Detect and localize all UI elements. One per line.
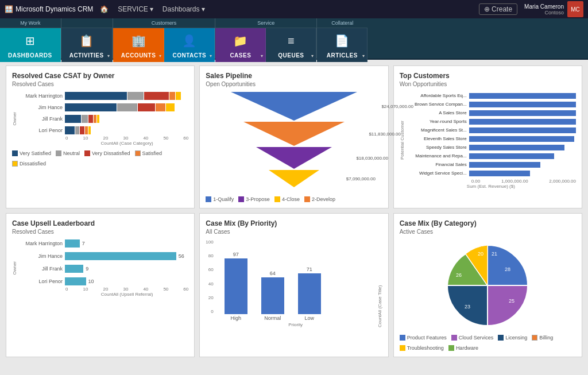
table-row: Jill Frank 9: [20, 265, 188, 273]
upsell-subtitle: Resolved Cases: [12, 229, 188, 235]
activities-nav-item[interactable]: 📋 ACTIVITIES ▾: [61, 28, 113, 62]
list-item: Billing: [532, 335, 553, 341]
list-item: 3-Propose: [238, 196, 270, 202]
table-row: Brown Service Compan...: [406, 100, 576, 108]
table-row: Jim Hance: [20, 103, 188, 111]
svg-text:21: 21: [492, 251, 497, 257]
user-name: Maria Cameron: [524, 3, 564, 10]
table-row: 97: [225, 252, 247, 314]
upsell-chart-card: Case Upsell Leaderboard Resolved Cases O…: [6, 213, 195, 357]
horiz-bar: [469, 102, 576, 107]
home-icon: 🏠: [100, 5, 109, 13]
nav-service[interactable]: SERVICE ▾: [118, 5, 153, 13]
list-item: Very Satisfied: [12, 150, 51, 156]
csat-chart-card: Resolved Case CSAT by Owner Resolved Cas…: [6, 65, 195, 208]
top-customers-subtitle: Won Opportunities: [400, 81, 576, 87]
articles-nav-item[interactable]: 📄 ARTICLES ▾: [317, 28, 368, 62]
funnel-label-2: $11,830,000.00: [369, 132, 401, 137]
legend-color: [498, 335, 504, 341]
list-item: 4-Close: [274, 196, 300, 202]
create-button[interactable]: ⊕ Create: [479, 3, 517, 15]
activities-icon: 📋: [78, 32, 96, 50]
table-row: Eleventh Sales Store: [406, 135, 576, 142]
table-row: Lori Penor 10: [20, 277, 188, 285]
csat-x-label: CountAll (Case Category): [20, 141, 188, 146]
vert-bar-high: [225, 258, 247, 314]
case-mix-category-card: Case Mix (By Category) Active Cases: [393, 213, 582, 357]
funnel-level-4: $7,090,000.00: [269, 170, 319, 187]
svg-text:26: 26: [456, 272, 462, 278]
avatar[interactable]: MC: [567, 1, 583, 17]
case-mix-priority-subtitle: All Cases: [206, 229, 382, 235]
csat-legend: Very Satisfied Neutral Very Dissatisfied…: [12, 150, 188, 167]
top-customers-title: Top Customers: [400, 72, 576, 80]
brand-logo[interactable]: 🪟 Microsoft Dynamics CRM: [5, 5, 93, 13]
svg-text:25: 25: [509, 298, 514, 304]
dashboards-chevron: ▾: [202, 5, 205, 13]
articles-nav-label: ARTICLES: [327, 52, 358, 59]
table-row: Widget Service Speci...: [406, 169, 576, 177]
cases-nav-item[interactable]: 📁 CASES ▾: [215, 28, 266, 62]
legend-color: [400, 335, 405, 341]
brand-name: Microsoft Dynamics CRM: [16, 5, 93, 13]
case-mix-priority-title: Case Mix (By Priority): [206, 219, 382, 227]
table-row: Lori Penor: [20, 126, 188, 134]
contacts-nav-item[interactable]: 👤 CONTACTS ▾: [164, 28, 215, 62]
horiz-bar: [469, 127, 576, 133]
nav-dashboards[interactable]: Dashboards ▾: [163, 5, 205, 13]
list-item: Licensing: [498, 335, 527, 341]
cases-icon: 📁: [231, 32, 250, 50]
user-info: Maria Cameron Contoso MC: [524, 1, 583, 17]
top-cust-x-label: Sum (Est. Revenue) ($): [406, 184, 576, 189]
list-item: 1-Qualify: [206, 196, 234, 202]
case-mix-x-label: Priority: [215, 322, 376, 327]
list-item: Cloud Services: [451, 335, 494, 341]
activities-nav-label: ACTIVITIES: [69, 52, 104, 59]
svg-text:23: 23: [465, 304, 470, 310]
horiz-bar: [469, 93, 576, 99]
funnel-level-1: $24,070,000.00: [231, 92, 357, 121]
my-work-label: My Work: [0, 18, 61, 28]
dashboards-label: Dashboards: [163, 5, 200, 13]
pie-chart-container: 28 25 23 26 20 21: [400, 239, 576, 331]
activities-chevron: ▾: [107, 53, 110, 59]
top-customers-chart: Potential Customer Affordable Sports Eq.…: [400, 92, 576, 189]
customers-label: Customers: [113, 18, 215, 28]
table-row: Mark Harrington 7: [20, 239, 188, 248]
cases-nav-label: CASES: [230, 52, 251, 59]
legend-color: [304, 196, 310, 202]
funnel-level-3: $18,030,000.00: [256, 147, 332, 169]
list-item: Neutral: [56, 150, 80, 156]
table-row: Year-round Sports: [406, 118, 576, 125]
pipeline-chart-card: Sales Pipeline Open Opportunities $24,07…: [199, 65, 388, 208]
legend-color: [451, 335, 457, 341]
service-chevron: ▾: [150, 5, 153, 13]
top-cust-bars: Affordable Sports Eq... Brown Service Co…: [406, 92, 576, 177]
legend-color: [12, 161, 18, 167]
funnel-level-2: $11,830,000.00: [243, 122, 345, 146]
vert-bars-container: 97 64 71: [215, 239, 376, 314]
pipeline-subtitle: Open Opportunities: [206, 81, 382, 87]
top-charts-row: Resolved Case CSAT by Owner Resolved Cas…: [6, 65, 582, 208]
bottom-charts-row: Case Upsell Leaderboard Resolved Cases O…: [6, 213, 582, 357]
contacts-chevron: ▾: [210, 53, 212, 59]
funnel-label-1: $24,070,000.00: [381, 104, 413, 109]
legend-color: [448, 345, 454, 351]
pie-chart-svg: 28 25 23 26 20 21: [442, 239, 533, 331]
accounts-nav-item[interactable]: 🏢 ACCOUNTS ▾: [113, 28, 165, 62]
table-row: Financial Sales: [406, 161, 576, 168]
nav-home[interactable]: 🏠: [100, 5, 109, 13]
dashboards-nav-item[interactable]: ⊞ DASHBOARDS: [0, 28, 61, 62]
queues-nav-label: QUEUES: [278, 52, 304, 59]
articles-chevron: ▾: [362, 53, 365, 59]
legend-color: [238, 196, 244, 202]
case-mix-y-axis: 100 80 60 40 20 0: [206, 239, 215, 314]
funnel-shape-2: [243, 122, 345, 146]
queues-nav-item[interactable]: ≡ QUEUES ▾: [266, 28, 316, 62]
csat-subtitle: Resolved Cases: [12, 81, 188, 87]
main-content: Resolved Case CSAT by Owner Resolved Cas…: [0, 60, 588, 375]
upsell-bar: [65, 265, 83, 273]
service-section-label: Service: [215, 18, 316, 28]
top-nav: 🪟 Microsoft Dynamics CRM 🏠 SERVICE ▾ Das…: [0, 0, 588, 18]
legend-color: [84, 150, 90, 156]
